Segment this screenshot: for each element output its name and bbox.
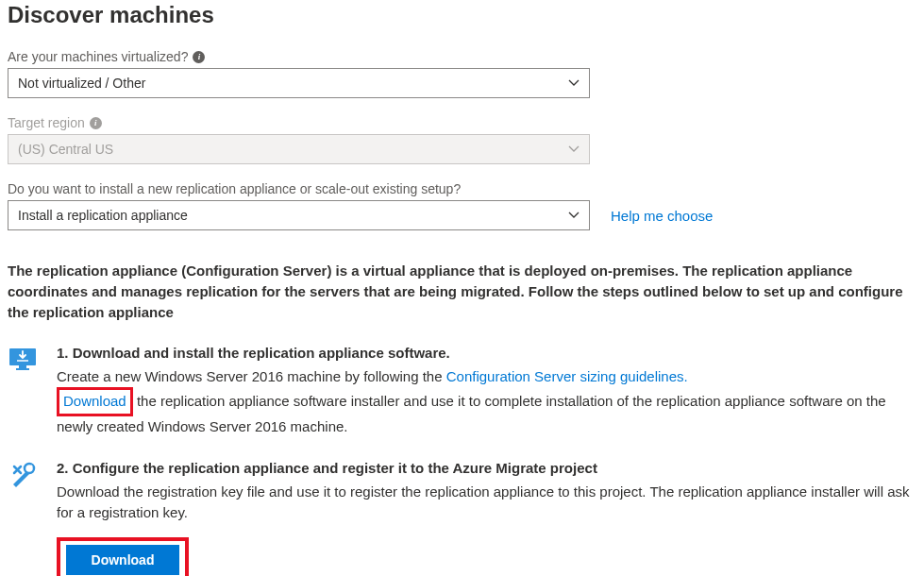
install-field: Do you want to install a new replication… (8, 181, 916, 230)
virtualized-select[interactable]: Not virtualized / Other (8, 68, 590, 98)
sizing-guidelines-link[interactable]: Configuration Server sizing guidelines. (446, 368, 688, 384)
step-2: 2. Configure the replication appliance a… (8, 458, 916, 576)
virtualized-field: Are your machines virtualized? i Not vir… (8, 49, 916, 98)
step-2-body: Download the registration key file and u… (57, 482, 916, 524)
region-value: (US) Central US (18, 142, 113, 157)
step-1-content: 1. Download and install the replication … (57, 343, 916, 437)
chevron-down-icon (568, 212, 580, 219)
install-value: Install a replication appliance (18, 208, 188, 223)
help-me-choose-link[interactable]: Help me choose (611, 208, 713, 224)
tools-icon (8, 460, 38, 490)
info-icon[interactable]: i (193, 51, 205, 63)
install-select[interactable]: Install a replication appliance (8, 200, 590, 230)
intro-text: The replication appliance (Configuration… (8, 261, 916, 322)
install-label-text: Do you want to install a new replication… (8, 181, 461, 196)
svg-rect-1 (19, 365, 26, 368)
monitor-download-icon (8, 345, 38, 375)
download-software-link[interactable]: Download (63, 393, 126, 409)
install-label: Do you want to install a new replication… (8, 181, 916, 196)
info-icon[interactable]: i (90, 117, 102, 129)
step-2-title: 2. Configure the replication appliance a… (57, 458, 916, 480)
step-1-title: 1. Download and install the replication … (57, 343, 916, 364)
svg-rect-2 (16, 368, 29, 370)
download-button[interactable]: Download (66, 545, 179, 575)
download-link-highlight: Download (57, 387, 133, 416)
chevron-down-icon (568, 79, 580, 87)
chevron-down-icon (568, 145, 580, 153)
step-1-line1-before: Create a new Windows Server 2016 machine… (57, 368, 446, 384)
region-label-text: Target region (8, 115, 85, 130)
step-1-line2-after: the replication appliance software insta… (57, 393, 886, 434)
step-1: 1. Download and install the replication … (8, 343, 916, 437)
virtualized-label-text: Are your machines virtualized? (8, 49, 188, 64)
region-field: Target region i (US) Central US (8, 115, 916, 164)
region-select: (US) Central US (8, 134, 590, 164)
page-title: Discover machines (8, 2, 916, 28)
virtualized-value: Not virtualized / Other (18, 76, 145, 91)
step-1-body: Create a new Windows Server 2016 machine… (57, 366, 916, 438)
step-2-content: 2. Configure the replication appliance a… (57, 458, 916, 576)
region-label: Target region i (8, 115, 916, 130)
virtualized-label: Are your machines virtualized? i (8, 49, 916, 64)
download-button-highlight: Download (57, 537, 189, 576)
